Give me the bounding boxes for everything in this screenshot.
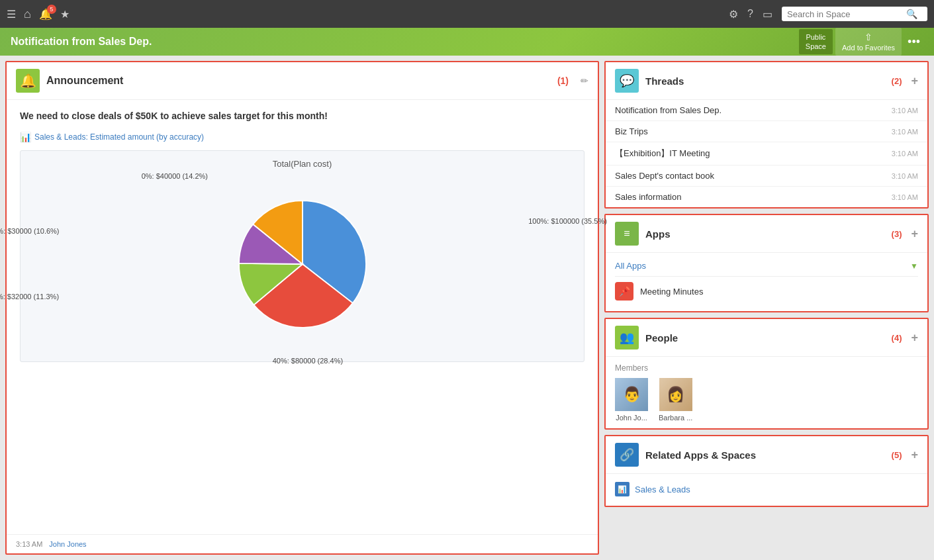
- people-widget: 👥 People (4) + Members 👨John Jo...👩Barba…: [604, 318, 929, 430]
- edit-icon[interactable]: ✏: [581, 75, 588, 86]
- home-icon[interactable]: ⌂: [24, 7, 31, 21]
- related-widget: 🔗 Related Apps & Spaces (5) + 📊Sales & L…: [604, 435, 929, 507]
- people-body: Members 👨John Jo...👩Barbara ...: [606, 357, 927, 428]
- topbar: ☰ ⌂ 🔔 5 ★ ⚙ ? ▭ 🔍: [0, 0, 934, 28]
- subheader-actions: PublicSpace ⇧Add to Favorites •••: [799, 28, 923, 56]
- thread-time: 3:10 AM: [892, 107, 918, 115]
- footer-user[interactable]: John Jones: [49, 540, 86, 548]
- members-label: Members: [615, 363, 918, 373]
- apps-number: (3): [892, 229, 902, 239]
- chart-label: 100%: $100000 (35.5%): [528, 217, 607, 225]
- people-icon: 👥: [615, 326, 639, 350]
- thread-name: Sales Dept's contact book: [615, 171, 714, 181]
- chart-title: Total(Plan cost): [273, 159, 332, 169]
- thread-time: 3:10 AM: [892, 128, 918, 136]
- app-name: Meeting Minutes: [640, 287, 703, 297]
- people-number: (4): [892, 333, 902, 343]
- sales-link[interactable]: 📊 Sales & Leads: Estimated amount (by ac…: [20, 132, 584, 142]
- right-panel: 💬 Threads (2) + Notification from Sales …: [604, 61, 929, 555]
- member-name: Barbara ...: [659, 414, 692, 422]
- threads-list: Notification from Sales Dep.3:10 AMBiz T…: [606, 100, 927, 207]
- related-icon: 🔗: [615, 443, 639, 467]
- announcement-body: We need to close deals of $50K to achiev…: [7, 100, 598, 534]
- search-input[interactable]: [787, 9, 906, 19]
- related-add-icon[interactable]: +: [911, 448, 918, 462]
- threads-title: Threads: [645, 75, 885, 87]
- thread-name: 【Exhibition】IT Meeting: [615, 148, 710, 160]
- chevron-down-icon: ▼: [910, 261, 918, 271]
- announcement-header: 🔔 Announcement (1) ✏: [7, 62, 598, 100]
- subheader: Notification from Sales Dep. PublicSpace…: [0, 28, 934, 56]
- device-icon[interactable]: ▭: [763, 8, 772, 21]
- pie-chart: [223, 185, 382, 344]
- related-item-icon: 📊: [615, 482, 630, 496]
- related-body: 📊Sales & Leads: [606, 474, 927, 506]
- chart-label: 20%: $30000 (10.6%): [0, 227, 60, 235]
- thread-name: Notification from Sales Dep.: [615, 105, 722, 115]
- related-number: (5): [892, 450, 902, 460]
- announcement-title: Announcement: [46, 75, 551, 87]
- page-title: Notification from Sales Dep.: [11, 36, 799, 48]
- public-space-button[interactable]: PublicSpace: [799, 29, 833, 55]
- threads-number: (2): [892, 76, 902, 86]
- threads-header: 💬 Threads (2) +: [606, 62, 927, 100]
- announcement-icon: 🔔: [16, 69, 40, 93]
- members-row: 👨John Jo...👩Barbara ...: [615, 378, 918, 422]
- thread-item[interactable]: Sales information3:10 AM: [606, 187, 927, 207]
- meeting-minutes-icon: 📌: [615, 282, 633, 301]
- thread-item[interactable]: Biz Trips3:10 AM: [606, 121, 927, 142]
- announcement-footer: 3:13 AM John Jones: [7, 534, 598, 553]
- thread-time: 3:10 AM: [892, 150, 918, 158]
- apps-icon: ≡: [615, 222, 639, 246]
- apps-widget: ≡ Apps (3) + All Apps ▼ 📌 Meeting Minute…: [604, 214, 929, 312]
- member-avatar: 👩: [659, 378, 692, 411]
- search-icon[interactable]: 🔍: [906, 9, 917, 19]
- related-item[interactable]: 📊Sales & Leads: [615, 478, 918, 500]
- topbar-right: ⚙ ? ▭ 🔍: [729, 7, 927, 21]
- announcement-number: (1): [557, 75, 569, 86]
- apps-header: ≡ Apps (3) +: [606, 215, 927, 253]
- help-icon[interactable]: ?: [747, 8, 753, 20]
- main-content: 🔔 Announcement (1) ✏ We need to close de…: [0, 56, 934, 560]
- chart-label: 0%: $40000 (14.2%): [142, 172, 208, 180]
- member-item[interactable]: 👨John Jo...: [615, 378, 648, 422]
- threads-widget: 💬 Threads (2) + Notification from Sales …: [604, 61, 929, 209]
- related-item-name: Sales & Leads: [635, 485, 690, 494]
- thread-item[interactable]: Notification from Sales Dep.3:10 AM: [606, 100, 927, 121]
- chart-area: 100%: $100000 (35.5%)40%: $80000 (28.4%)…: [28, 174, 576, 353]
- people-header: 👥 People (4) +: [606, 319, 927, 357]
- people-title: People: [645, 332, 885, 344]
- member-name: John Jo...: [616, 414, 647, 422]
- footer-time: 3:13 AM: [16, 540, 42, 548]
- menu-icon[interactable]: ☰: [7, 8, 16, 21]
- chart-label: 40%: $80000 (28.4%): [273, 357, 343, 365]
- thread-time: 3:10 AM: [892, 193, 918, 201]
- related-title: Related Apps & Spaces: [645, 449, 885, 461]
- thread-name: Sales information: [615, 192, 681, 202]
- search-box[interactable]: 🔍: [782, 7, 927, 21]
- people-add-icon[interactable]: +: [911, 331, 918, 345]
- add-to-favorites-button[interactable]: ⇧Add to Favorites: [835, 28, 902, 56]
- announcement-text: We need to close deals of $50K to achiev…: [20, 111, 584, 121]
- announcement-panel: 🔔 Announcement (1) ✏ We need to close de…: [5, 61, 599, 555]
- related-header: 🔗 Related Apps & Spaces (5) +: [606, 436, 927, 474]
- thread-time: 3:10 AM: [892, 172, 918, 180]
- chart-container: Total(Plan cost) 100%: $100000 (35.5%)40…: [20, 150, 584, 362]
- apps-title: Apps: [645, 228, 885, 240]
- chart-link-icon: 📊: [20, 132, 31, 142]
- thread-item[interactable]: 【Exhibition】IT Meeting3:10 AM: [606, 142, 927, 165]
- bell-wrapper: 🔔 5: [39, 8, 52, 21]
- apps-add-icon[interactable]: +: [911, 227, 918, 241]
- more-options-icon[interactable]: •••: [904, 32, 923, 52]
- settings-icon[interactable]: ⚙: [729, 8, 738, 21]
- apps-body: All Apps ▼ 📌 Meeting Minutes: [606, 253, 927, 311]
- threads-icon: 💬: [615, 69, 639, 93]
- chart-label: 60%: $32000 (11.3%): [0, 293, 59, 301]
- thread-item[interactable]: Sales Dept's contact book3:10 AM: [606, 165, 927, 187]
- threads-add-icon[interactable]: +: [911, 74, 918, 88]
- member-item[interactable]: 👩Barbara ...: [659, 378, 692, 422]
- bell-badge: 5: [47, 5, 56, 14]
- app-item-meeting-minutes[interactable]: 📌 Meeting Minutes: [615, 277, 918, 306]
- all-apps-button[interactable]: All Apps ▼: [615, 258, 918, 277]
- star-icon[interactable]: ★: [60, 8, 70, 21]
